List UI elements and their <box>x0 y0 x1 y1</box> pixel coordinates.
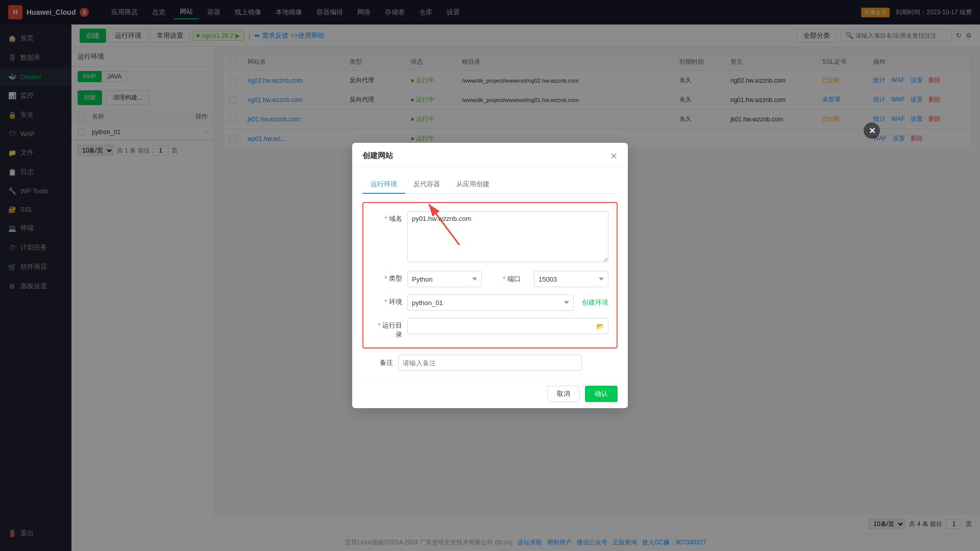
domain-control: py01.hw.wzznb.com <box>407 211 608 264</box>
form-row-remark: 备注 <box>362 355 618 371</box>
confirm-button[interactable]: 确认 <box>585 386 618 402</box>
env-control: python_01 创建环境 <box>407 294 608 311</box>
modal-body: 运行环境 反代容器 从应用创建 域名 py01.hw.wzznb.com 类型 <box>352 167 628 379</box>
run-dir-control: /www/dk_project/wwwroot/pyt_web 📂 <box>407 318 608 334</box>
modal-tab-run-env[interactable]: 运行环境 <box>362 176 405 194</box>
form-section: 域名 py01.hw.wzznb.com 类型 Python 端口 <box>362 202 618 348</box>
create-env-link[interactable]: 创建环境 <box>582 298 608 307</box>
modal-close-button[interactable]: ✕ <box>610 152 618 161</box>
run-dir-label: 运行目录 <box>372 318 407 339</box>
modal-tab-reverse-container[interactable]: 反代容器 <box>405 176 448 194</box>
domain-textarea[interactable]: py01.hw.wzznb.com <box>407 211 608 262</box>
env-label: 环境 <box>372 294 407 307</box>
modal-footer: 取消 确认 <box>352 379 628 408</box>
form-row-rundir: 运行目录 /www/dk_project/wwwroot/pyt_web 📂 <box>372 318 608 339</box>
folder-icon[interactable]: 📂 <box>596 322 604 330</box>
form-row-env: 环境 python_01 创建环境 <box>372 294 608 311</box>
create-website-modal: 创建网站 ✕ 运行环境 反代容器 从应用创建 域名 py01.hw.wzznb.… <box>352 143 628 408</box>
remark-control <box>398 355 618 371</box>
port-label: 端口 <box>490 274 526 284</box>
secondary-close-icon: ✕ <box>869 126 875 136</box>
form-row-type-port: 类型 Python 端口 15003 <box>372 271 608 287</box>
port-control: 15003 <box>534 271 608 287</box>
env-select[interactable]: python_01 <box>407 294 574 311</box>
form-row-domain: 域名 py01.hw.wzznb.com <box>372 211 608 264</box>
type-select[interactable]: Python <box>407 271 482 287</box>
cancel-button[interactable]: 取消 <box>547 386 580 402</box>
modal-header: 创建网站 ✕ <box>352 143 628 167</box>
modal-tabs: 运行环境 反代容器 从应用创建 <box>362 176 618 194</box>
modal-overlay: 创建网站 ✕ 运行环境 反代容器 从应用创建 域名 py01.hw.wzznb.… <box>0 0 980 551</box>
port-select[interactable]: 15003 <box>534 271 608 287</box>
remark-input[interactable] <box>398 355 582 371</box>
run-dir-input[interactable]: /www/dk_project/wwwroot/pyt_web <box>407 318 608 334</box>
type-control: Python <box>407 271 482 287</box>
domain-label: 域名 <box>372 211 407 223</box>
type-label: 类型 <box>372 271 407 283</box>
modal-tab-from-app[interactable]: 从应用创建 <box>448 176 498 194</box>
secondary-close-button[interactable]: ✕ <box>864 122 880 139</box>
remark-label: 备注 <box>362 358 398 367</box>
modal-title: 创建网站 <box>362 151 393 161</box>
